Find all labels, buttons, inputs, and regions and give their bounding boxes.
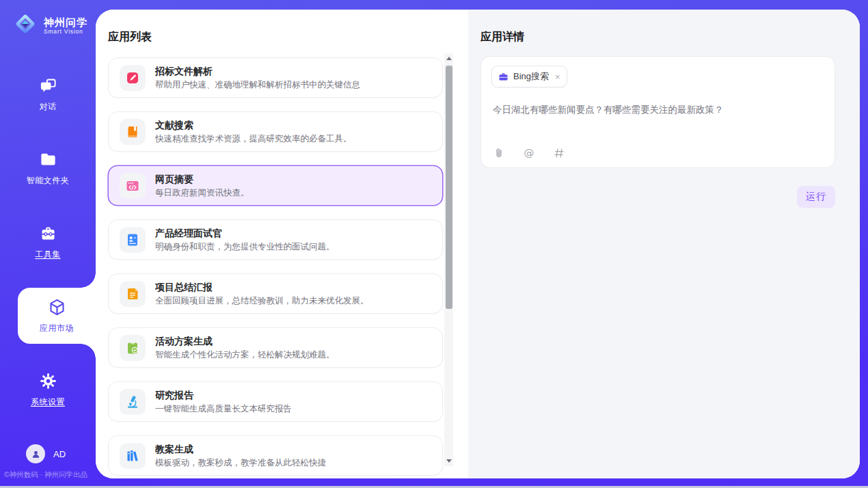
avatar bbox=[26, 444, 45, 463]
person-icon bbox=[30, 448, 42, 460]
web-code-icon bbox=[120, 173, 146, 199]
user-account[interactable]: AD bbox=[26, 444, 66, 463]
tool-tag-bing-search[interactable]: Bing搜索 × bbox=[491, 66, 567, 87]
paperclip-icon-attach[interactable] bbox=[493, 147, 505, 159]
scroll-down-icon[interactable] bbox=[446, 459, 452, 463]
memo-icon bbox=[120, 281, 146, 307]
chat-icon bbox=[39, 77, 57, 95]
app-cards: 招标文件解析 帮助用户快速、准确地理解和解析招标书中的关键信息 文献搜索 快速精… bbox=[108, 57, 443, 476]
sidebar-item-chat[interactable]: 对话 bbox=[0, 57, 96, 131]
briefcase-icon bbox=[498, 72, 508, 82]
app-card[interactable]: 网页摘要 每日政府新闻资讯快查。 bbox=[108, 165, 443, 206]
brand-logo: 神州问学 Smart Vision bbox=[0, 0, 96, 40]
content-frame: 应用列表 招标文件解析 帮助用户快速、准确地理解和解析招标书中的关键信息 文献搜… bbox=[96, 10, 860, 478]
app-card[interactable]: 研究报告 一键智能生成高质量长文本研究报告 bbox=[108, 381, 443, 422]
svg-text:@: @ bbox=[524, 147, 534, 159]
clipboard-check-icon bbox=[120, 335, 146, 361]
app-card[interactable]: 招标文件解析 帮助用户快速、准确地理解和解析招标书中的关键信息 bbox=[108, 57, 443, 98]
at-sign-icon-mention[interactable]: @ bbox=[523, 147, 535, 159]
app-card[interactable]: 活动方案生成 智能生成个性化活动方案，轻松解决规划难题。 bbox=[108, 327, 443, 368]
prompt-text: 今日湖北有哪些新闻要点？有哪些需要关注的最新政策？ bbox=[493, 103, 823, 116]
app-detail-panel: 应用详情 Bing搜索 × 今日湖北有哪些新闻要点？有哪些需要关注的最新政策？ … bbox=[468, 10, 860, 478]
scrollbar-thumb[interactable] bbox=[446, 66, 452, 309]
brand-tagline: Smart Vision bbox=[44, 28, 87, 35]
copyright-footer: ©神州数码 · 神州问学出品 bbox=[4, 470, 87, 480]
hash-icon-topic[interactable] bbox=[553, 147, 565, 159]
scroll-up-icon[interactable] bbox=[446, 57, 452, 60]
app-list-panel: 应用列表 招标文件解析 帮助用户快速、准确地理解和解析招标书中的关键信息 文献搜… bbox=[96, 10, 468, 478]
tool-tag-label: Bing搜索 bbox=[513, 70, 549, 83]
sidebar-item-smart-folders[interactable]: 智能文件夹 bbox=[0, 131, 96, 205]
interview-icon bbox=[120, 227, 146, 253]
close-icon[interactable]: × bbox=[555, 72, 560, 81]
book-icon bbox=[120, 119, 146, 145]
brand-name: 神州问学 bbox=[44, 16, 87, 28]
sidebar: 神州问学 Smart Vision 对话 智能文件夹 工具集 应用市场 bbox=[0, 0, 96, 488]
app-card[interactable]: 项目总结汇报 全面回顾项目进展，总结经验教训，助力未来优化发展。 bbox=[108, 273, 443, 314]
folder-icon bbox=[39, 150, 57, 169]
diamond-logo-icon bbox=[12, 11, 38, 40]
sidebar-item-toolset[interactable]: 工具集 bbox=[0, 205, 96, 279]
run-button[interactable]: 运行 bbox=[797, 186, 835, 208]
microscope-icon bbox=[120, 389, 146, 415]
sidebar-item-settings[interactable]: 系统设置 bbox=[0, 353, 96, 426]
app-card[interactable]: 文献搜索 快速精准查找学术资源，提高研究效率的必备工具。 bbox=[108, 111, 443, 152]
screen: { "brand": { "name": "神州问学", "tagline": … bbox=[0, 0, 868, 488]
cube-icon bbox=[48, 298, 66, 316]
sidebar-nav: 对话 智能文件夹 工具集 应用市场 系统设置 bbox=[0, 57, 96, 426]
toolbox-icon bbox=[39, 224, 57, 243]
edit-doc-icon bbox=[120, 65, 146, 91]
scrollbar[interactable] bbox=[444, 53, 453, 466]
sidebar-item-app-market[interactable]: 应用市场 bbox=[18, 288, 96, 344]
prompt-toolbar: @ bbox=[493, 147, 565, 159]
user-initials: AD bbox=[53, 449, 66, 459]
app-list-title: 应用列表 bbox=[108, 30, 468, 44]
gear-icon bbox=[39, 372, 57, 390]
app-card[interactable]: 产品经理面试官 明确身份和职责，为您提供专业性的面试问题。 bbox=[108, 219, 443, 260]
app-detail-title: 应用详情 bbox=[480, 30, 835, 44]
prompt-card[interactable]: Bing搜索 × 今日湖北有哪些新闻要点？有哪些需要关注的最新政策？ @ bbox=[480, 56, 835, 168]
app-card[interactable]: 教案生成 模板驱动，教案秒成，教学准备从此轻松快捷 bbox=[108, 435, 443, 476]
books-icon bbox=[120, 443, 146, 469]
